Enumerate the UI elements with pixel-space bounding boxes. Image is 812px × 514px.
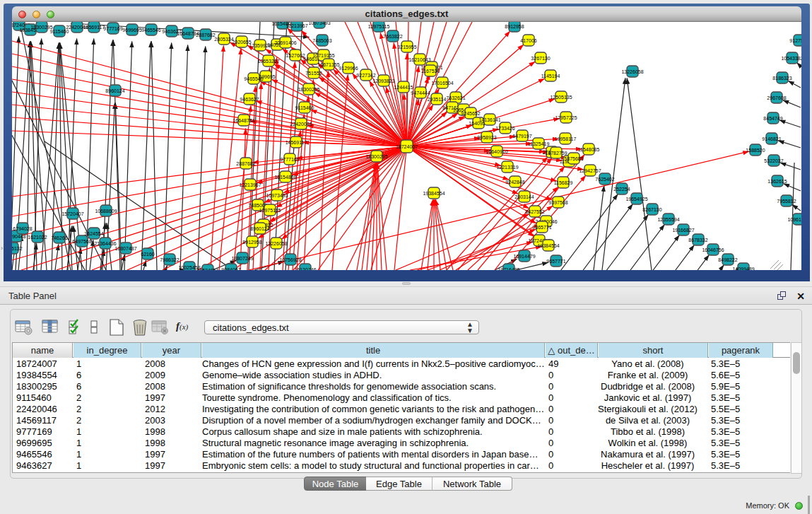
svg-text:14569117: 14569117 — [83, 25, 105, 30]
svg-text:9777169: 9777169 — [280, 157, 299, 162]
svg-text:19384554: 19384554 — [537, 243, 559, 248]
svg-text:8912958: 8912958 — [242, 240, 261, 245]
svg-text:19166827: 19166827 — [672, 228, 694, 233]
svg-text:9245652: 9245652 — [461, 111, 480, 116]
svg-text:9115460: 9115460 — [50, 29, 69, 34]
svg-text:6794028: 6794028 — [13, 226, 32, 231]
svg-text:9657771: 9657771 — [546, 259, 565, 264]
svg-text:14099489: 14099489 — [732, 267, 754, 270]
svg-text:1621022: 1621022 — [28, 235, 47, 240]
svg-text:1588520: 1588520 — [746, 148, 765, 153]
svg-text:9465546: 9465546 — [244, 76, 263, 81]
svg-text:2967608: 2967608 — [767, 95, 786, 100]
svg-text:9699695: 9699695 — [122, 28, 141, 33]
svg-text:9465546: 9465546 — [141, 28, 160, 33]
svg-text:18724007: 18724007 — [396, 144, 418, 149]
svg-text:751552: 751552 — [305, 71, 322, 76]
svg-text:8960124: 8960124 — [105, 88, 124, 93]
svg-text:9227342: 9227342 — [356, 73, 375, 78]
svg-text:12355594: 12355594 — [657, 217, 679, 222]
svg-text:16120746: 16120746 — [294, 267, 316, 270]
svg-text:12093823: 12093823 — [372, 78, 394, 83]
svg-text:16210643: 16210643 — [408, 57, 430, 62]
svg-text:18807249: 18807249 — [231, 256, 253, 261]
svg-text:6479197: 6479197 — [512, 134, 531, 139]
svg-text:10973493: 10973493 — [308, 22, 330, 25]
svg-text:9129966: 9129966 — [339, 66, 358, 71]
svg-text:10688609: 10688609 — [95, 209, 117, 214]
svg-text:9242848: 9242848 — [505, 180, 524, 185]
svg-text:12213967: 12213967 — [286, 23, 307, 28]
svg-text:9777169: 9777169 — [103, 26, 122, 31]
svg-text:7986322: 7986322 — [160, 257, 179, 262]
svg-text:10719155: 10719155 — [312, 53, 334, 58]
svg-text:12975115: 12975115 — [259, 208, 281, 213]
svg-text:8186323: 8186323 — [772, 76, 792, 81]
svg-text:8454749: 8454749 — [763, 116, 782, 121]
svg-text:2805334: 2805334 — [214, 37, 233, 42]
svg-text:8498222: 8498222 — [718, 257, 737, 262]
svg-text:252254: 252254 — [613, 187, 630, 192]
svg-text:5322037: 5322037 — [764, 158, 783, 163]
svg-text:19654925: 19654925 — [625, 197, 647, 201]
svg-text:3624554: 3624554 — [84, 231, 103, 236]
svg-text:7625402: 7625402 — [595, 177, 614, 182]
svg-text:7632621: 7632621 — [446, 95, 465, 100]
svg-text:16524851: 16524851 — [196, 268, 218, 270]
svg-text:16046756: 16046756 — [702, 247, 724, 252]
svg-text:16154808: 16154808 — [274, 175, 296, 180]
svg-text:22420046: 22420046 — [290, 122, 312, 127]
svg-text:21364436: 21364436 — [94, 241, 116, 246]
svg-text:8267130: 8267130 — [642, 207, 661, 212]
svg-text:7663822: 7663822 — [383, 34, 402, 39]
svg-text:12975115: 12975115 — [368, 24, 390, 29]
svg-text:8427552: 8427552 — [525, 209, 544, 214]
svg-text:9127503: 9127503 — [789, 38, 801, 43]
svg-text:1362615: 1362615 — [767, 179, 787, 184]
svg-text:14136141: 14136141 — [478, 117, 500, 122]
svg-text:13226058: 13226058 — [621, 69, 643, 74]
svg-text:9365771: 9365771 — [532, 225, 551, 230]
svg-text:17016504: 17016504 — [431, 81, 453, 86]
svg-text:16914479: 16914479 — [513, 254, 535, 259]
svg-text:2887682: 2887682 — [196, 33, 215, 37]
svg-text:11548085: 11548085 — [578, 147, 600, 152]
svg-text:1167530: 1167530 — [421, 69, 440, 74]
svg-text:8958923: 8958923 — [477, 135, 496, 140]
svg-text:18300295: 18300295 — [365, 154, 387, 159]
svg-text:12213319: 12213319 — [496, 165, 518, 170]
svg-text:9463627: 9463627 — [240, 97, 259, 102]
svg-text:9474444: 9474444 — [411, 90, 430, 95]
svg-text:1244415: 1244415 — [394, 85, 413, 90]
svg-text:5875685: 5875685 — [564, 156, 583, 161]
svg-text:15720407: 15720407 — [61, 211, 83, 216]
svg-text:417006: 417006 — [520, 38, 536, 43]
svg-text:7485003: 7485003 — [312, 38, 331, 43]
svg-text:20691406: 20691406 — [274, 40, 296, 45]
svg-text:9397568: 9397568 — [548, 200, 567, 205]
svg-text:10961766: 10961766 — [787, 217, 801, 222]
svg-text:9084067: 9084067 — [221, 267, 240, 270]
svg-text:19716485: 19716485 — [498, 267, 519, 270]
svg-text:3267130: 3267130 — [531, 56, 550, 61]
svg-text:10973493: 10973493 — [266, 193, 288, 198]
svg-text:19384554: 19384554 — [423, 191, 445, 196]
svg-text:16640910: 16640910 — [486, 149, 507, 154]
svg-text:746266: 746266 — [51, 235, 67, 240]
svg-text:1145194: 1145194 — [541, 74, 560, 78]
svg-text:10756928: 10756928 — [279, 257, 301, 262]
svg-text:12505135: 12505135 — [550, 95, 572, 100]
svg-text:1156829: 1156829 — [554, 180, 573, 185]
svg-text:10807487: 10807487 — [114, 246, 136, 251]
svg-text:62160: 62160 — [141, 252, 155, 257]
svg-text:16671355: 16671355 — [317, 62, 339, 67]
svg-text:16648784: 16648784 — [233, 118, 254, 123]
svg-text:19958117: 19958117 — [555, 136, 577, 141]
svg-text:16782759: 16782759 — [545, 151, 567, 156]
svg-text:8678332: 8678332 — [688, 238, 707, 243]
svg-text:10543382: 10543382 — [781, 56, 801, 61]
svg-text:1733426: 1733426 — [495, 126, 514, 131]
svg-text:11325419: 11325419 — [528, 141, 550, 146]
svg-text:13226058: 13226058 — [265, 241, 287, 246]
svg-text:17957225: 17957225 — [555, 115, 577, 120]
